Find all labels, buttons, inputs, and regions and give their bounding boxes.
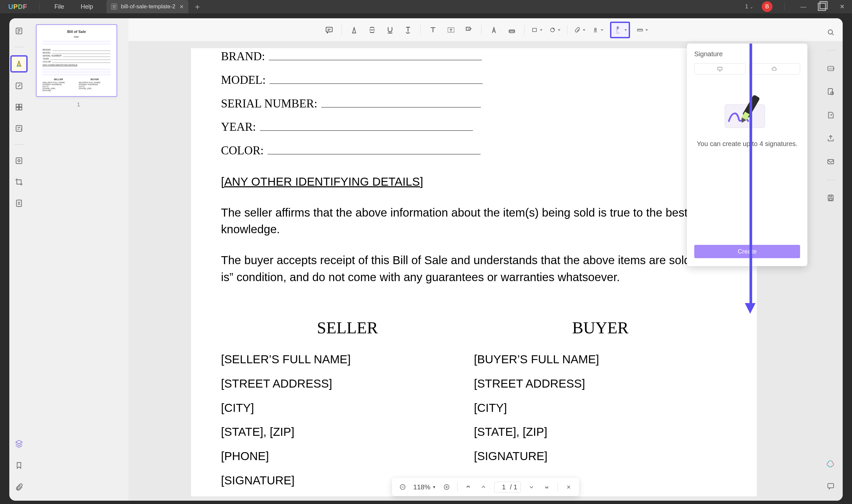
right-rail: OCR (819, 18, 843, 501)
menu-file[interactable]: File (46, 3, 72, 10)
eraser-icon[interactable] (506, 24, 517, 36)
page-current-input[interactable] (498, 483, 510, 491)
tab-close-icon[interactable]: ✕ (179, 4, 184, 10)
zoom-out-button[interactable] (398, 482, 407, 492)
seller-city: [CITY] (221, 399, 474, 416)
attachment-dropdown[interactable] (574, 24, 585, 36)
reader-mode-icon[interactable] (13, 25, 25, 37)
text-icon[interactable] (427, 24, 439, 36)
first-page-button[interactable] (464, 482, 473, 492)
seller-name: [SELLER’S FULL NAME] (221, 351, 474, 368)
ocr-icon[interactable]: OCR (825, 62, 837, 74)
ai-icon[interactable] (825, 458, 837, 470)
field-model-label: MODEL: (221, 72, 266, 89)
highlight-icon[interactable] (349, 24, 360, 36)
strikethrough-icon[interactable] (367, 24, 378, 36)
form-mode-icon[interactable] (13, 122, 25, 134)
organize-mode-icon[interactable] (13, 101, 25, 113)
comment-mode-icon[interactable] (10, 55, 28, 73)
search-icon[interactable] (825, 26, 837, 38)
callout-icon[interactable] (463, 24, 475, 36)
comment-icon[interactable] (323, 24, 335, 36)
shape-dropdown[interactable] (549, 24, 561, 36)
new-tab-button[interactable]: ＋ (192, 1, 202, 12)
avatar[interactable]: B (762, 1, 773, 12)
separator (341, 25, 342, 35)
signature-local-tab[interactable] (694, 63, 745, 74)
close-zoombar-button[interactable]: ✕ (564, 482, 573, 492)
page-thumbnail[interactable]: Bill of Sale Date: BRAND MODEL SERIAL NU… (36, 24, 117, 97)
thumbnail-page-number: 1 (36, 102, 121, 108)
layers-icon[interactable] (13, 437, 25, 449)
separator (567, 25, 567, 35)
svg-rect-10 (16, 158, 22, 163)
zoom-bar: 118%▼ / 1 ✕ (392, 478, 579, 496)
page-separator: / (510, 483, 512, 491)
svg-rect-35 (829, 198, 832, 200)
rectangle-dropdown[interactable] (531, 24, 543, 36)
svg-rect-17 (533, 28, 536, 32)
redact-icon[interactable] (13, 155, 25, 167)
signature-dropdown[interactable] (610, 22, 630, 38)
chat-icon[interactable] (825, 480, 837, 492)
buyer-city: [CITY] (474, 399, 727, 416)
separator (14, 144, 24, 145)
document-area: BRAND: MODEL: SERIAL NUMBER: YEAR: COLOR… (128, 18, 843, 501)
share-icon[interactable] (825, 132, 837, 144)
maximize-button[interactable] (816, 0, 829, 14)
svg-text:OCR: OCR (829, 67, 835, 70)
close-button[interactable]: ✕ (835, 3, 849, 10)
separator (826, 180, 835, 180)
svg-rect-34 (830, 195, 832, 197)
buyer-state: [STATE], [ZIP] (474, 424, 727, 440)
signature-title: Signature (694, 50, 800, 58)
last-page-button[interactable] (542, 482, 551, 492)
ruler-dropdown[interactable] (637, 24, 648, 36)
menu-help[interactable]: Help (72, 3, 101, 10)
zoom-in-button[interactable] (442, 482, 451, 492)
underline-icon[interactable] (385, 24, 396, 36)
svg-point-27 (828, 30, 832, 34)
para-buyer-accept: The buyer accepts receipt of this Bill o… (221, 252, 727, 286)
tab-strip: bill-of-sale-template-2 ✕ ＋ (107, 0, 202, 13)
attachment-icon[interactable] (13, 481, 25, 493)
edit-mode-icon[interactable] (13, 80, 25, 92)
svg-rect-8 (19, 107, 22, 110)
document-tab[interactable]: bill-of-sale-template-2 ✕ (107, 0, 189, 13)
separator (40, 3, 40, 10)
seller-phone: [PHONE] (221, 448, 474, 465)
thumb-date: Date: (42, 36, 110, 38)
buyer-street: [STREET ADDRESS] (474, 375, 727, 392)
stamp-dropdown[interactable] (592, 24, 603, 36)
titlebar: UPDF File Help bill-of-sale-template-2 ✕… (0, 0, 852, 13)
svg-rect-1 (818, 3, 826, 10)
next-page-button[interactable] (527, 482, 536, 492)
minimize-button[interactable]: — (797, 3, 810, 10)
seller-heading: SELLER (221, 316, 474, 340)
squiggly-icon[interactable] (402, 24, 414, 36)
create-signature-button[interactable]: Create (694, 245, 800, 258)
bookmark-icon[interactable] (13, 460, 25, 471)
prev-page-button[interactable] (479, 482, 488, 492)
crop-icon[interactable] (13, 176, 25, 188)
svg-point-20 (617, 26, 618, 28)
textbox-icon[interactable] (445, 24, 457, 36)
export-icon[interactable] (825, 109, 837, 121)
buyer-signature: [SIGNATURE] (474, 448, 727, 465)
annotation-toolbar (128, 18, 843, 41)
save-icon[interactable] (825, 192, 837, 204)
email-icon[interactable] (825, 156, 837, 168)
signature-cloud-tab[interactable] (749, 63, 800, 74)
svg-rect-0 (820, 1, 828, 8)
separator (14, 47, 24, 47)
field-year-label: YEAR: (221, 119, 256, 136)
zoom-level[interactable]: 118%▼ (413, 483, 436, 491)
thumb-title: Bill of Sale (42, 30, 110, 34)
pencil-icon[interactable] (488, 24, 500, 36)
buyer-name: [BUYER’S FULL NAME] (474, 351, 727, 368)
svg-rect-13 (326, 27, 332, 32)
compress-icon[interactable] (13, 197, 25, 209)
page-indicator[interactable]: 1 ⌄ (745, 3, 753, 10)
signature-popover: Signature You can create up to 4 signatu… (687, 43, 807, 266)
protect-icon[interactable] (825, 86, 837, 98)
